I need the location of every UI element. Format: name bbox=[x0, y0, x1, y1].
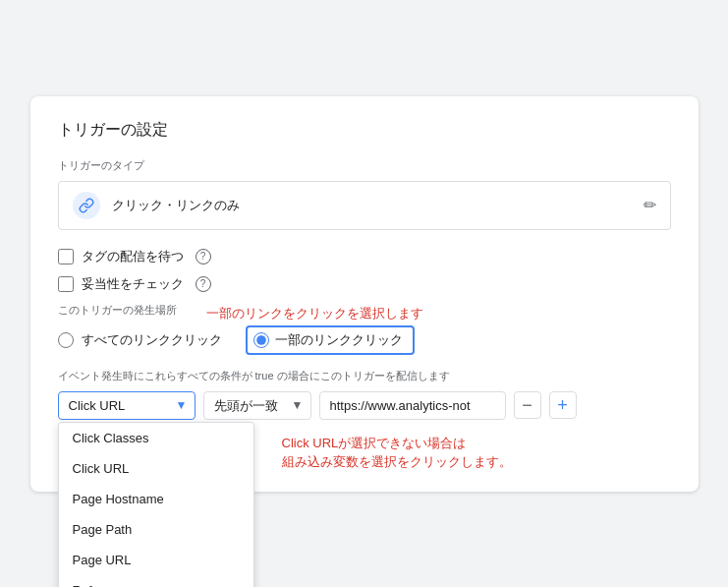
annotation-bottom: Click URLが選択できない場合は 組み込み変数を選択をクリックします。 bbox=[282, 434, 512, 472]
radio-some-label: 一部のリンククリック bbox=[275, 331, 403, 349]
condition-row: Click URL ▼ Click Classes Click URL Page… bbox=[58, 391, 671, 420]
condition-label: イベント発生時にこれらすべての条件が true の場合にこのトリガーを配信します bbox=[58, 369, 671, 383]
dropdown-item-page-hostname[interactable]: Page Hostname bbox=[59, 484, 253, 514]
match-dropdown[interactable]: 先頭が一致 bbox=[203, 391, 311, 420]
annotation-bottom-line2: 組み込み変数を選択をクリックします。 bbox=[282, 454, 512, 469]
trigger-type-name: クリック・リンクのみ bbox=[112, 197, 644, 214]
radio-some[interactable]: 一部のリンククリック bbox=[246, 325, 415, 355]
help-icon-1[interactable]: ? bbox=[196, 249, 211, 264]
check-validation-checkbox[interactable] bbox=[58, 276, 74, 292]
trigger-type-label: トリガーのタイプ bbox=[58, 158, 671, 173]
remove-condition-button[interactable]: − bbox=[514, 391, 541, 419]
dropdown-item-referrer[interactable]: Referrer bbox=[59, 575, 253, 588]
trigger-type-row: クリック・リンクのみ ✏ bbox=[58, 181, 671, 230]
annotation-bottom-line1: Click URLが選択できない場合は bbox=[282, 436, 467, 450]
match-dropdown-wrapper: 先頭が一致 ▼ bbox=[203, 391, 311, 420]
variable-dropdown-wrapper: Click URL ▼ Click Classes Click URL Page… bbox=[58, 391, 196, 420]
checkbox-row-1: タグの配信を待つ ? bbox=[58, 248, 671, 265]
trigger-settings-card: トリガーの設定 トリガーのタイプ クリック・リンクのみ ✏ タグの配信を待つ ?… bbox=[30, 96, 699, 492]
dropdown-menu: Click Classes Click URL Page Hostname Pa… bbox=[58, 422, 254, 588]
occurrence-label: このトリガーの発生場所 bbox=[58, 303, 177, 318]
help-icon-2[interactable]: ? bbox=[196, 276, 211, 292]
dropdown-item-click-url[interactable]: Click URL bbox=[59, 453, 253, 484]
radio-all-input[interactable] bbox=[58, 332, 74, 348]
dropdown-item-click-classes[interactable]: Click Classes bbox=[59, 423, 253, 453]
condition-section: イベント発生時にこれらすべての条件が true の場合にこのトリガーを配信します… bbox=[58, 369, 671, 420]
variable-dropdown[interactable]: Click URL bbox=[58, 391, 196, 420]
edit-icon[interactable]: ✏ bbox=[644, 196, 656, 214]
dropdown-item-page-path[interactable]: Page Path bbox=[59, 514, 253, 545]
radio-all[interactable]: すべてのリンククリック bbox=[58, 331, 222, 349]
wait-for-tags-label: タグの配信を待つ bbox=[82, 248, 184, 265]
wait-for-tags-checkbox[interactable] bbox=[58, 249, 74, 264]
radio-some-input[interactable] bbox=[253, 332, 269, 348]
card-title: トリガーの設定 bbox=[58, 120, 671, 141]
check-validation-label: 妥当性をチェック bbox=[82, 275, 184, 293]
value-input[interactable] bbox=[319, 391, 506, 420]
add-condition-button[interactable]: + bbox=[549, 391, 577, 419]
dropdown-item-page-url[interactable]: Page URL bbox=[59, 545, 253, 575]
radio-all-label: すべてのリンククリック bbox=[82, 331, 222, 349]
annotation-top: 一部のリンクをクリックを選択します bbox=[206, 305, 423, 323]
occurrence-section: このトリガーの発生場所 一部のリンクをクリックを選択します すべてのリンククリッ… bbox=[58, 303, 671, 355]
radio-row: すべてのリンククリック 一部のリンククリック bbox=[58, 325, 671, 355]
trigger-type-icon bbox=[73, 192, 100, 219]
checkbox-row-2: 妥当性をチェック ? bbox=[58, 275, 671, 293]
